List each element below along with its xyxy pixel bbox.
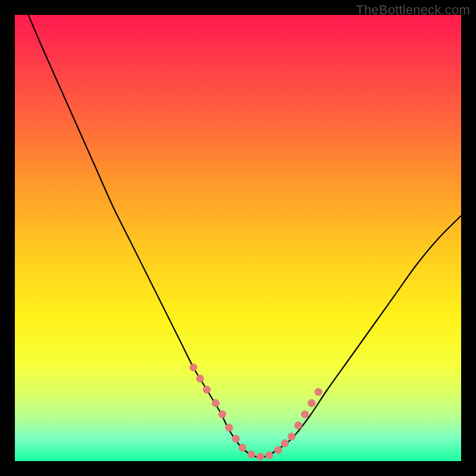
marker-dot	[265, 452, 273, 459]
marker-dot	[256, 453, 264, 460]
chart-frame: TheBottleneck.com	[0, 0, 476, 476]
marker-dot	[203, 386, 210, 393]
marker-dot	[301, 411, 308, 418]
marker-dot	[232, 435, 239, 442]
marker-dot	[274, 446, 281, 453]
marker-dot	[295, 422, 302, 429]
marker-dot	[239, 444, 246, 451]
marker-dot	[248, 451, 255, 458]
plot-area	[15, 15, 461, 461]
marker-dot	[281, 440, 289, 447]
marker-dot	[315, 389, 322, 396]
marker-dot	[226, 424, 233, 431]
marker-dot	[190, 364, 197, 371]
highlight-dots	[190, 364, 322, 460]
watermark-text: TheBottleneck.com	[356, 2, 470, 18]
marker-dot	[288, 433, 295, 440]
marker-layer	[15, 15, 461, 461]
marker-dot	[196, 375, 203, 382]
marker-dot	[219, 411, 226, 418]
marker-dot	[308, 399, 315, 406]
marker-dot	[212, 399, 219, 406]
